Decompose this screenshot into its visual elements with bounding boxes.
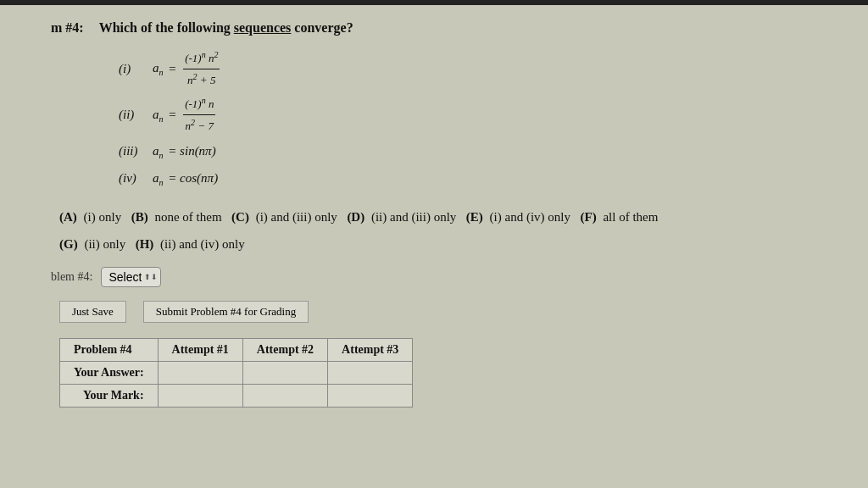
choice-h: (H) (ii) and (iv) only bbox=[136, 231, 245, 257]
seq-formula-ii: an = (-1)n n n2 − 7 bbox=[153, 93, 217, 136]
seq-label-ii: (ii) bbox=[119, 103, 153, 126]
sequence-ii: (ii) an = (-1)n n n2 − 7 bbox=[119, 93, 843, 136]
table-row-answer: Your Answer: bbox=[60, 361, 413, 384]
table-header-attempt3: Attempt #3 bbox=[328, 338, 413, 361]
main-content: m #4: Which of the following sequences c… bbox=[0, 5, 868, 423]
sequences-list: (i) an = (-1)n n2 n2 + 5 (ii) an = (-1)n… bbox=[119, 47, 843, 191]
table-cell-mark-2 bbox=[242, 384, 327, 407]
table-header-problem: Problem #4 bbox=[60, 338, 159, 361]
table-header-row: Problem #4 Attempt #1 Attempt #2 Attempt… bbox=[60, 338, 413, 361]
problem-label: blem #4: bbox=[51, 270, 92, 284]
buttons-row: Just Save Submit Problem #4 for Grading bbox=[59, 301, 843, 323]
table-cell-mark-1 bbox=[158, 384, 242, 407]
table-cell-answer-2 bbox=[242, 361, 327, 384]
answer-row-1: (A) (i) only (B) none of them (C) (i) an… bbox=[59, 204, 843, 230]
attempts-table: Problem #4 Attempt #1 Attempt #2 Attempt… bbox=[59, 338, 413, 408]
choice-c: (C) (i) and (iii) only bbox=[231, 204, 343, 230]
sequence-iv: (iv) an = cos(nπ) bbox=[119, 167, 843, 191]
table-row-mark: Your Mark: bbox=[60, 384, 413, 407]
seq-label-i: (i) bbox=[119, 58, 153, 80]
sequence-i: (i) an = (-1)n n2 n2 + 5 bbox=[119, 47, 843, 90]
table-cell-mark-3 bbox=[328, 384, 413, 407]
answer-select[interactable]: Select A B C D E F G H bbox=[101, 267, 161, 287]
table-header-attempt2: Attempt #2 bbox=[242, 338, 327, 361]
seq-label-iii: (iii) bbox=[119, 140, 153, 163]
seq-formula-iv: an = cos(nπ) bbox=[153, 167, 218, 191]
table-label-answer: Your Answer: bbox=[60, 361, 159, 384]
table-header-attempt1: Attempt #1 bbox=[158, 338, 242, 361]
select-wrapper[interactable]: Select A B C D E F G H bbox=[101, 267, 161, 287]
seq-formula-i: an = (-1)n n2 n2 + 5 bbox=[153, 47, 221, 90]
choice-f: (F) all of them bbox=[581, 204, 659, 230]
just-save-button[interactable]: Just Save bbox=[59, 301, 126, 323]
choice-d: (D) (ii) and (iii) only bbox=[347, 204, 462, 230]
choice-e: (E) (i) and (iv) only bbox=[466, 204, 577, 230]
table-label-mark: Your Mark: bbox=[60, 384, 159, 407]
table-cell-answer-1 bbox=[158, 361, 242, 384]
seq-formula-iii: an = sin(nπ) bbox=[153, 140, 216, 164]
table-cell-answer-3 bbox=[328, 361, 413, 384]
problem-question: Which of the following sequences converg… bbox=[99, 20, 353, 36]
sequence-iii: (iii) an = sin(nπ) bbox=[119, 140, 843, 164]
submit-button[interactable]: Submit Problem #4 for Grading bbox=[143, 301, 309, 323]
choice-g: (G) (ii) only bbox=[59, 231, 132, 257]
answers-section: (A) (i) only (B) none of them (C) (i) an… bbox=[59, 204, 843, 257]
answer-select-row: blem #4: Select A B C D E F G H bbox=[51, 267, 843, 287]
choice-a: (A) (i) only bbox=[59, 204, 128, 230]
answer-row-2: (G) (ii) only (H) (ii) and (iv) only bbox=[59, 231, 843, 257]
choice-b: (B) none of them bbox=[131, 204, 228, 230]
problem-header: m #4: Which of the following sequences c… bbox=[51, 20, 843, 36]
seq-label-iv: (iv) bbox=[119, 167, 153, 190]
problem-number: m #4: bbox=[51, 20, 84, 36]
